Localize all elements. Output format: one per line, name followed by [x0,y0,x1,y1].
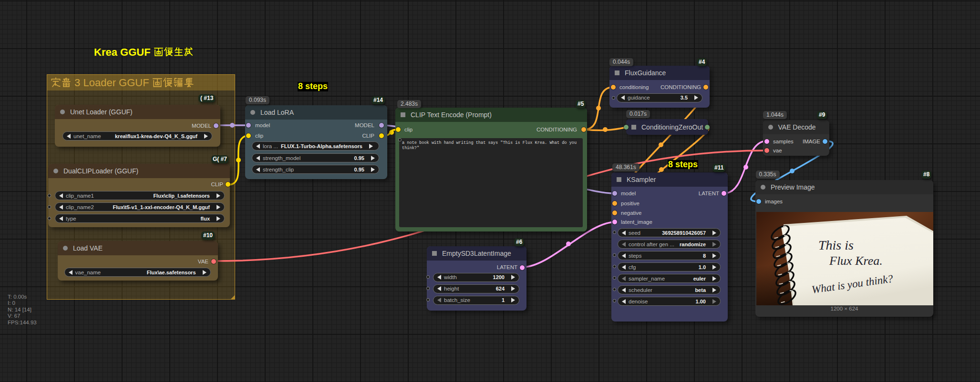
svg-text:Flux Krea.: Flux Krea. [829,254,883,268]
svg-text:This is: This is [818,238,854,252]
